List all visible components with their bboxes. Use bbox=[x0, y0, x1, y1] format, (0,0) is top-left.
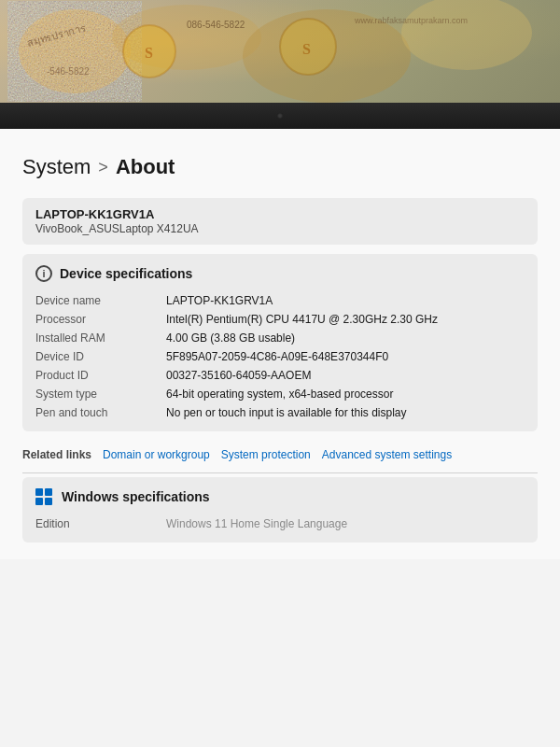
spec-label-5: System type bbox=[35, 387, 157, 402]
svg-text:S: S bbox=[302, 41, 311, 57]
spec-label-0: Device name bbox=[35, 293, 157, 308]
device-specs-title: Device specifications bbox=[60, 266, 192, 281]
spec-label-4: Product ID bbox=[35, 368, 157, 383]
device-header-card: LAPTOP-KK1GRV1A VivoBook_ASUSLaptop X412… bbox=[22, 198, 538, 245]
device-specs-card: i Device specifications Device nameLAPTO… bbox=[22, 254, 538, 431]
webcam-dot bbox=[277, 113, 283, 119]
svg-text:S: S bbox=[145, 45, 153, 61]
link-domain-workgroup[interactable]: Domain or workgroup bbox=[103, 448, 210, 461]
windows-specs-table: EditionWindows 11 Home Single Language bbox=[35, 516, 525, 531]
laptop-bezel bbox=[0, 103, 560, 129]
windows-specs-card: Windows specifications EditionWindows 11… bbox=[22, 477, 538, 543]
link-system-protection[interactable]: System protection bbox=[221, 448, 311, 461]
breadcrumb-system: System bbox=[22, 155, 91, 179]
win-spec-value-0: Windows 11 Home Single Language bbox=[166, 516, 525, 531]
windows-specs-header: Windows specifications bbox=[35, 488, 525, 505]
photo-background: สมุทรปราการ 086-546-5822 www.rabfaksamut… bbox=[0, 0, 560, 103]
device-hostname: LAPTOP-KK1GRV1A bbox=[35, 207, 525, 221]
spec-value-3: 5F895A07-2059-4C86-A09E-648E370344F0 bbox=[166, 349, 525, 364]
breadcrumb-about: About bbox=[116, 155, 175, 179]
spec-value-6: No pen or touch input is available for t… bbox=[166, 405, 525, 420]
spec-value-5: 64-bit operating system, x64-based proce… bbox=[166, 387, 525, 402]
spec-label-2: Installed RAM bbox=[35, 331, 157, 345]
win-spec-label-0: Edition bbox=[35, 516, 157, 531]
spec-label-1: Processor bbox=[35, 312, 157, 327]
spec-value-0: LAPTOP-KK1GRV1A bbox=[166, 293, 525, 308]
related-links-bar: Related links Domain or workgroup System… bbox=[22, 441, 538, 469]
device-model: VivoBook_ASUSLaptop X412UA bbox=[35, 222, 525, 235]
spec-value-4: 00327-35160-64059-AAOEM bbox=[166, 368, 525, 383]
spec-label-6: Pen and touch bbox=[35, 405, 157, 420]
spec-value-2: 4.00 GB (3.88 GB usable) bbox=[166, 331, 525, 345]
windows-logo-icon bbox=[35, 488, 52, 505]
related-links-label: Related links bbox=[22, 448, 91, 461]
spec-label-3: Device ID bbox=[35, 349, 157, 364]
svg-text:086-546-5822: 086-546-5822 bbox=[187, 20, 245, 30]
device-specs-header: i Device specifications bbox=[35, 265, 525, 282]
breadcrumb-separator: > bbox=[98, 158, 108, 177]
specs-table: Device nameLAPTOP-KK1GRV1AProcessorIntel… bbox=[35, 293, 525, 420]
link-advanced-system-settings[interactable]: Advanced system settings bbox=[322, 448, 452, 461]
breadcrumb: System > About bbox=[22, 155, 538, 179]
svg-text:-546-5822: -546-5822 bbox=[47, 66, 90, 77]
svg-point-0 bbox=[19, 9, 131, 93]
divider bbox=[22, 472, 538, 473]
info-icon: i bbox=[35, 265, 52, 282]
windows-specs-title: Windows specifications bbox=[62, 489, 210, 504]
spec-value-1: Intel(R) Pentium(R) CPU 4417U @ 2.30GHz … bbox=[166, 312, 525, 327]
svg-point-3 bbox=[401, 0, 532, 70]
main-content: System > About LAPTOP-KK1GRV1A VivoBook_… bbox=[0, 129, 560, 559]
svg-text:www.rabfaksamutprakarn.com: www.rabfaksamutprakarn.com bbox=[354, 16, 468, 25]
